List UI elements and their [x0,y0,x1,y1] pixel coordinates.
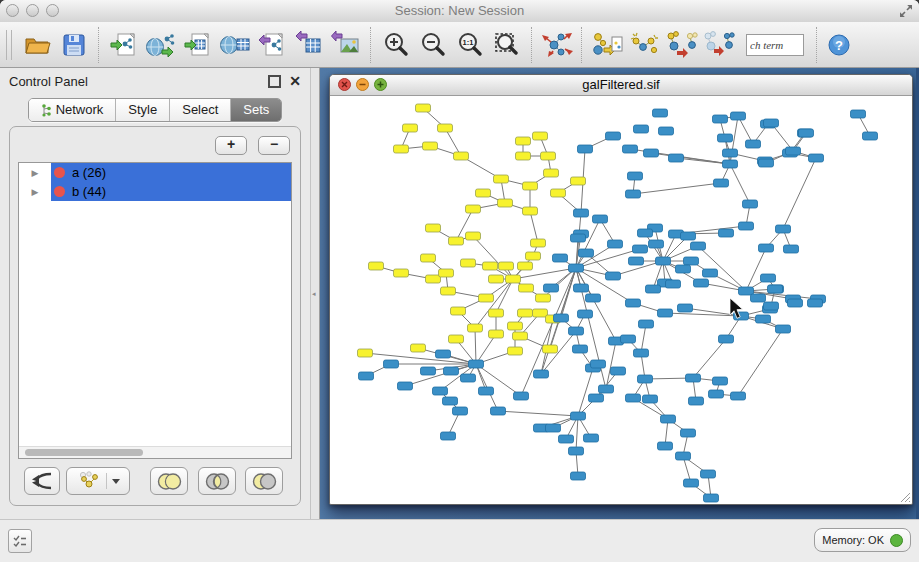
network-node[interactable] [398,382,413,390]
network-node[interactable] [658,309,673,317]
network-node[interactable] [713,115,728,123]
network-node[interactable] [359,372,374,380]
network-node[interactable] [704,494,719,502]
network-node[interactable] [629,257,644,265]
window-titlebar[interactable]: Session: New Session [0,0,919,23]
network-node[interactable] [776,225,791,233]
network-node[interactable] [534,370,549,378]
network-node[interactable] [759,159,774,167]
network-node[interactable] [808,299,823,307]
network-node[interactable] [523,207,538,215]
network-node[interactable] [571,234,586,242]
union-sets-button[interactable] [150,467,188,495]
network-node[interactable] [469,360,484,368]
expand-arrow-icon[interactable]: ▶ [32,168,39,178]
network-node[interactable] [533,132,548,140]
network-node[interactable] [358,349,373,357]
network-node[interactable] [739,287,754,295]
network-node[interactable] [411,344,426,352]
network-node[interactable] [518,262,533,270]
import-network-web-button[interactable] [142,25,179,65]
fullscreen-icon[interactable] [898,3,914,19]
network-node[interactable] [439,269,454,277]
help-button[interactable]: ? [823,25,855,65]
network-node[interactable] [593,215,608,223]
network-node[interactable] [508,322,523,330]
select-nodes-button[interactable] [625,25,662,65]
network-node[interactable] [623,145,638,153]
network-node[interactable] [573,345,588,353]
network-node[interactable] [608,240,623,248]
network-node[interactable] [709,390,724,398]
network-node[interactable] [703,269,718,277]
import-table-web-button[interactable] [216,25,253,65]
hide-unselected-button[interactable] [699,25,736,65]
close-panel-icon[interactable]: ✕ [289,74,301,88]
network-node[interactable] [468,324,483,332]
difference-sets-button[interactable] [245,467,283,495]
network-node[interactable] [599,385,614,393]
network-node[interactable] [639,320,654,328]
network-node[interactable] [626,394,641,402]
network-node[interactable] [579,249,594,257]
network-node[interactable] [476,189,491,197]
export-table-button[interactable] [290,25,327,65]
network-node[interactable] [751,294,766,302]
network-node[interactable] [689,397,704,405]
network-node[interactable] [536,294,551,302]
network-node[interactable] [436,350,451,358]
network-node[interactable] [516,152,531,160]
export-network-button[interactable] [253,25,290,65]
frame-minimize-icon[interactable] [356,78,369,91]
network-node[interactable] [479,387,494,395]
export-image-button[interactable] [327,25,364,65]
network-node[interactable] [571,472,586,480]
network-node[interactable] [526,252,541,260]
network-node[interactable] [684,479,699,487]
list-item[interactable]: ▶ a (26) [19,163,291,182]
network-node[interactable] [554,314,569,322]
network-node[interactable] [438,124,453,132]
network-canvas[interactable] [330,96,912,504]
network-node[interactable] [743,200,758,208]
network-node[interactable] [426,224,441,232]
network-node[interactable] [661,415,676,423]
network-node[interactable] [498,199,513,207]
zoom-in-button[interactable] [377,25,414,65]
network-node[interactable] [444,367,459,375]
network-node[interactable] [681,429,696,437]
network-node[interactable] [394,145,409,153]
network-node[interactable] [421,367,436,375]
network-node[interactable] [626,299,641,307]
network-node[interactable] [694,279,709,287]
network-node[interactable] [739,222,754,230]
network-node[interactable] [649,240,664,248]
network-node[interactable] [541,152,556,160]
tab-sets[interactable]: Sets [231,99,281,121]
network-node[interactable] [756,315,771,323]
network-node[interactable] [451,307,466,315]
zoom-out-button[interactable] [414,25,451,65]
network-node[interactable] [759,244,774,252]
create-set-split-button[interactable] [66,467,130,495]
network-node[interactable] [718,134,733,142]
network-node[interactable] [466,232,481,240]
tab-network[interactable]: Network [29,99,117,121]
network-node[interactable] [591,360,606,368]
network-node[interactable] [433,387,448,395]
network-node[interactable] [788,299,803,307]
network-node[interactable] [633,245,648,253]
import-table-file-button[interactable] [179,25,216,65]
network-node[interactable] [653,109,668,117]
splitter-collapse-handle[interactable]: ◂ [312,290,316,298]
intersect-sets-button[interactable] [198,467,236,495]
network-node[interactable] [571,177,586,185]
frame-maximize-icon[interactable] [374,78,387,91]
network-node[interactable] [646,285,661,293]
network-node[interactable] [669,154,684,162]
tab-select[interactable]: Select [170,99,231,121]
network-node[interactable] [449,335,464,343]
network-node[interactable] [523,182,538,190]
network-node[interactable] [499,262,514,270]
network-node[interactable] [589,394,604,402]
